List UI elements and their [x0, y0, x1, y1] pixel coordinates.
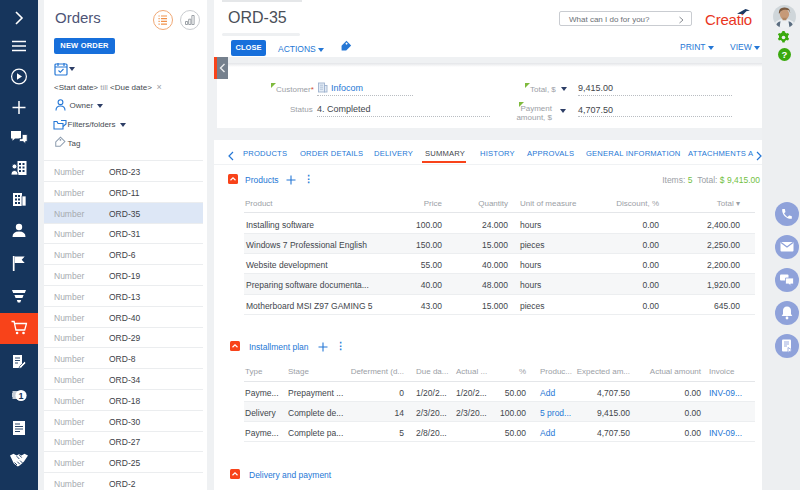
svg-text:1: 1 [18, 391, 23, 401]
